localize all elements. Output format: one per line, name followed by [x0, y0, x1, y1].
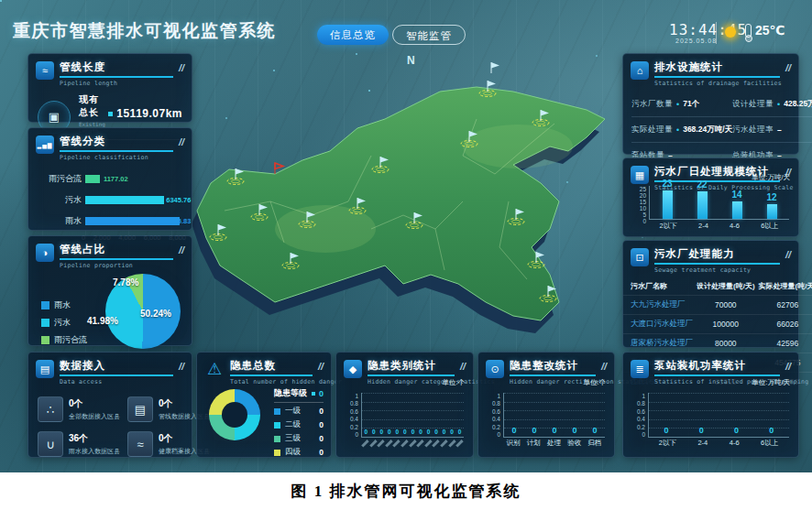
tile-label: 雨水接入数据区县: [69, 447, 120, 456]
page-title: 重庆市智慧排水可视化监管系统: [13, 19, 276, 43]
hidden-danger-donut: [209, 389, 260, 440]
bar-row: 雨污合流1177.02: [28, 173, 192, 185]
illegible-label: [409, 439, 416, 447]
panel-subtitle: Total number of hidden danger: [230, 378, 313, 385]
panel-title: 泵站装机功率统计: [654, 359, 780, 376]
stat-value: 368.24万吨/天: [683, 125, 732, 136]
bullet-icon: [108, 112, 113, 116]
map-flag-marker[interactable]: [491, 62, 499, 73]
legend-item: 一级0: [274, 406, 324, 417]
layers-icon: ≣: [631, 360, 649, 378]
nav-smart-supervision[interactable]: 智能监管: [392, 25, 466, 45]
x-axis-labels: 2以下2-44-66以上: [648, 436, 789, 452]
x-axis-labels: 2以下2-44-66以上: [649, 222, 789, 233]
panel-hidden-danger-category: ◆ 隐患类别统计 Hidden danger category statisti…: [335, 352, 474, 458]
unit-label: 单位:万吨/天: [752, 378, 790, 387]
bar: [697, 191, 708, 219]
facility-icon: ⌂: [631, 61, 649, 80]
nav-info-overview[interactable]: 信息总览: [317, 25, 389, 45]
bar-value: 6345.76: [166, 196, 191, 204]
stat-item: 污水厂数量•71个: [631, 92, 732, 117]
clock-date: 2025.05.08: [675, 38, 717, 44]
hidden-danger-legend: 隐患等级0一级0二级0三级0四级0: [274, 387, 324, 461]
pie-legend: 雨水污水雨污合流: [41, 294, 87, 352]
panel-title: 管线占比: [60, 243, 173, 260]
column-header: 设计处理量(吨/天): [695, 277, 757, 296]
panel-title: 污水厂处理能力: [654, 247, 780, 265]
category-chart: 10.80.60.40.200000000000000: [344, 393, 466, 452]
pump-power-chart: 10.80.60.40.2000002以下2-44-66以上: [631, 393, 791, 452]
table-row: 唐家桥污水处理厂8000042596: [623, 334, 812, 353]
bullet-icon: •: [676, 125, 679, 135]
panel-decoration: //: [179, 60, 184, 73]
bar-value: 23: [662, 179, 672, 189]
bar-row: 雨水7595.83: [28, 215, 192, 227]
panel-title: 管线长度: [60, 60, 173, 78]
bar: [85, 175, 100, 183]
facility-stats: 污水厂数量•71个设计处理量•428.25万吨/天实际处理量•368.24万吨/…: [623, 90, 798, 168]
panel-subtitle: Data access: [60, 378, 173, 385]
bar: [85, 217, 180, 225]
stat-label: 实际处理量: [631, 125, 673, 136]
panel-subtitle: Pipeline proportion: [60, 262, 173, 269]
panel-data-access: ▤ 数据接入 Data access // ∴0个全部数据接入区县▤0个管线数据…: [27, 352, 192, 458]
panel-decoration: //: [785, 359, 791, 372]
tile-count: 0个: [69, 397, 120, 410]
panel-title: 隐患总数: [230, 359, 313, 376]
tile-count: 36个: [69, 432, 120, 445]
unit-label: 单位:万吨/天: [752, 173, 790, 182]
pipes-icon: ▤: [127, 396, 153, 422]
bar-row: 污水6345.76: [28, 194, 192, 206]
illegible-label: [393, 439, 401, 447]
unit-label: 单位:个: [442, 378, 465, 387]
panel-decoration: //: [179, 243, 184, 255]
pie-label: 50.24%: [140, 309, 171, 319]
chongqing-3d-map[interactable]: N: [160, 46, 646, 357]
panel-pipeline-length: ≈ 管线长度 Pipeline length // ▣ 现有总长 Existin…: [27, 53, 192, 123]
bar-value: 1177.02: [104, 175, 128, 183]
warning-icon: ⚠: [204, 360, 225, 378]
illegible-label: [385, 439, 392, 447]
panel-subtitle: Pipeline classification: [60, 154, 173, 161]
stat-label: 设计处理量: [732, 99, 774, 110]
illegible-label: [369, 439, 377, 447]
stat-label: 污水厂数量: [631, 99, 673, 110]
thermometer-icon: [745, 24, 752, 38]
panel-title: 隐患类别统计: [368, 359, 455, 376]
bullet-icon: •: [777, 100, 780, 109]
panel-daily-processing-scale: ▦ 污水厂日处理规模统计 Statistics of Daily Process…: [622, 157, 799, 237]
panel-subtitle: Sewage treatment capacity: [654, 266, 780, 274]
zero-values: 0000000000000: [362, 429, 464, 435]
bar: [767, 204, 777, 219]
pie-label: 41.98%: [87, 316, 118, 326]
panel-title: 管线分类: [60, 135, 173, 152]
figure: N 重庆市智慧排水可视化监管系统 信息总览 智能监管 13:44:45 2025…: [0, 0, 812, 510]
panel-decoration: //: [785, 247, 791, 260]
stat-value: –: [777, 125, 782, 135]
panel-title: 排水设施统计: [654, 60, 780, 78]
legend-item: 雨水: [41, 299, 87, 311]
illegible-label: [401, 439, 408, 447]
panel-drainage-facilities: ⌂ 排水设施统计 Statistics of drainage faciliti…: [622, 53, 799, 155]
unit-label: 单位:个: [583, 378, 606, 387]
bar-group: 23: [662, 179, 672, 219]
bar-value: 7595.83: [166, 217, 191, 225]
panel-decoration: //: [179, 135, 184, 147]
dashboard: N 重庆市智慧排水可视化监管系统 信息总览 智能监管 13:44:45 2025…: [0, 0, 812, 472]
data-access-tiles: ∴0个全部数据接入区县▤0个管线数据接入区县∪36个雨水接入数据区县≈0个健康档…: [28, 388, 192, 457]
water-dots: [0, 0, 2, 2]
illegible-label: [456, 439, 464, 447]
north-compass: N: [407, 54, 415, 67]
bar-group: 14: [731, 190, 741, 219]
zero-values: 0000: [649, 426, 789, 435]
column-header: 实际处理量(吨/天): [757, 277, 812, 296]
bar-chart-icon: ▂▅▇: [36, 136, 54, 154]
illegible-label: [440, 439, 447, 447]
legend-item: 四级0: [274, 447, 324, 458]
legend-item: 雨污合流: [41, 334, 87, 346]
legend-item: 三级0: [274, 433, 324, 444]
table-row: 大九污水处理厂7000062706: [623, 296, 812, 315]
panel-subtitle: Pipeline length: [60, 80, 173, 87]
pie-chart-icon: ◑: [36, 244, 54, 262]
stat-label: 污水处理率: [732, 125, 774, 136]
